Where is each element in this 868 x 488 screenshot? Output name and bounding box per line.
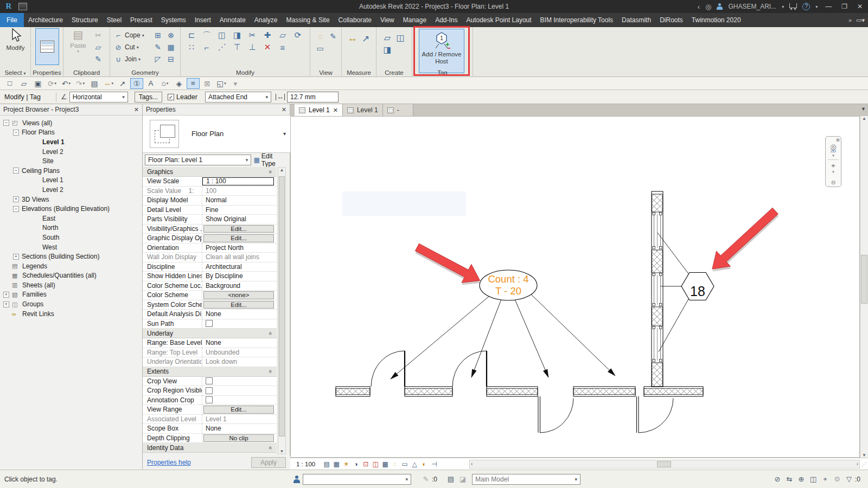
detail-level-icon[interactable]: ▤ (322, 460, 331, 468)
undo-icon[interactable]: ↶ (60, 78, 73, 89)
property-row[interactable]: Scale Value 1: 100 (143, 187, 277, 196)
property-value[interactable]: Normal (202, 196, 277, 205)
tree-groups[interactable]: Groups (0, 299, 142, 309)
tree-legends[interactable]: Legends (0, 261, 142, 271)
linework-icon[interactable]: ▭ (314, 42, 327, 54)
tree-north[interactable]: North (0, 223, 142, 233)
filter-icon[interactable]: ▽ (843, 475, 855, 483)
collapse-icon[interactable]: « (267, 170, 274, 173)
open-file-icon[interactable]: ▱ (17, 78, 30, 89)
print-icon[interactable]: ▤ (88, 78, 101, 89)
edit-type-button[interactable]: ▦Edit Type (253, 152, 288, 168)
expander-icon[interactable] (13, 206, 19, 212)
tab-structure[interactable]: Structure (67, 13, 103, 27)
property-value[interactable]: Fine (202, 206, 277, 215)
select-links-toggle-icon[interactable]: ⇆ (783, 475, 795, 483)
default-3d-view-icon[interactable]: ⌂ (158, 78, 171, 89)
select-underlay-toggle-icon[interactable]: ⊕ (795, 475, 807, 483)
close-icon[interactable]: ✕ (134, 106, 139, 113)
split-element-icon[interactable]: ✂ (245, 29, 260, 41)
ribbon-display-toggle-icon[interactable]: ▭▾ (856, 17, 865, 24)
property-value[interactable]: Background (202, 281, 277, 291)
property-value[interactable]: None (202, 424, 277, 433)
split-face-icon[interactable]: ▦ (164, 41, 177, 53)
leader-length-input[interactable]: 12.7 mm (287, 92, 339, 102)
tile-views-icon[interactable]: ◱ (215, 78, 228, 89)
select-panel-label[interactable]: Select ▾ (0, 69, 30, 76)
tab-view[interactable]: View (376, 13, 399, 27)
close-button[interactable]: ✕ (855, 3, 865, 10)
vertical-scrollbar[interactable]: ▲▼ (860, 116, 868, 458)
property-row[interactable]: Show Hidden Lines By Discipline (143, 272, 277, 281)
view-selector[interactable]: Floor Plan: Level 1▾ (145, 155, 251, 165)
leader-checkbox[interactable]: ✓ (168, 94, 174, 100)
close-inactive-views-icon[interactable]: ⊠ (201, 78, 214, 89)
tab-precast[interactable]: Precast (126, 13, 157, 27)
collapse-icon[interactable]: « (267, 370, 274, 373)
active-only-icon[interactable]: ◪ (457, 475, 469, 483)
tree-floor-level-2[interactable]: Level 2 (0, 147, 142, 157)
help-icon[interactable]: ? (802, 3, 810, 10)
close-tab-icon[interactable]: ✕ (333, 107, 338, 114)
new-file-icon[interactable]: □ (3, 78, 16, 89)
expander-icon[interactable] (13, 130, 19, 136)
apply-button[interactable]: Apply (251, 457, 286, 468)
property-value[interactable]: 100 (202, 187, 277, 196)
tab-steel[interactable]: Steel (103, 13, 126, 27)
worksharing-display-icon[interactable]: ◐ (419, 460, 429, 468)
create-group-icon[interactable]: ▱ (381, 31, 394, 43)
property-value[interactable]: Edit... (203, 225, 274, 233)
cope-button[interactable]: ⌐Cope▾ (113, 29, 144, 41)
orientation-select[interactable]: Horizontal▾ (69, 92, 128, 102)
property-row[interactable]: Detail Level Fine (143, 206, 277, 215)
clipboard-panel-label[interactable]: Clipboard (63, 69, 110, 76)
text-icon[interactable]: A (144, 78, 157, 89)
tab-architecture[interactable]: Architecture (24, 13, 67, 27)
aligned-dimension-icon[interactable]: ↗ (116, 78, 129, 89)
scrollbar-thumb[interactable] (861, 255, 867, 304)
property-row[interactable]: Color Scheme <none> (143, 291, 277, 300)
tab-analyze[interactable]: Analyze (250, 13, 282, 27)
match-properties-icon[interactable]: ≡ (275, 41, 290, 53)
tree-families[interactable]: Families (0, 290, 142, 300)
property-row[interactable]: Parts Visibility Show Original (143, 215, 277, 224)
override-graphics-icon[interactable]: ✎ (327, 30, 340, 42)
zoom-menu-chevron-icon[interactable]: ▾ (832, 170, 834, 174)
tab-list-chevron-icon[interactable]: ▼ (861, 106, 866, 112)
model-canvas[interactable]: Count : 4 T - 20 18 (290, 116, 860, 458)
align-icon[interactable]: ⊏ (184, 29, 199, 41)
delete-icon[interactable]: ✕ (260, 41, 275, 53)
property-row[interactable]: Crop Region Visible (143, 386, 277, 396)
property-row[interactable]: Orientation Project North (143, 243, 277, 253)
view-tab-sheet[interactable]: - (383, 104, 413, 116)
help-menu-chevron-icon[interactable]: ▾ (815, 4, 818, 9)
signed-in-user[interactable]: GHASEM_ARI... (728, 3, 776, 10)
zoom-icon[interactable]: ⌖ (831, 162, 835, 170)
tree-west[interactable]: West (0, 242, 142, 252)
reveal-hidden-elements-icon[interactable]: ◌ (390, 460, 400, 468)
property-row[interactable]: Color Scheme Loc... Background (143, 281, 277, 291)
property-value[interactable]: Unbounded (202, 348, 277, 357)
hide-analytical-model-icon[interactable]: △ (410, 460, 419, 468)
sun-path-icon[interactable]: ☀ (341, 460, 351, 468)
project-browser-header[interactable]: Project Browser - Project3 ✕ (0, 104, 142, 115)
tab-diroots[interactable]: DiRoots (655, 13, 687, 27)
editable-only-pencil-icon[interactable]: ✎ (420, 475, 432, 483)
property-row[interactable]: View Scale 1 : 100 (143, 177, 277, 187)
property-row[interactable]: Discipline Architectural (143, 262, 277, 272)
expander-icon[interactable] (13, 196, 19, 202)
expander-icon[interactable] (13, 254, 19, 260)
property-row[interactable]: Annotation Crop (143, 396, 277, 406)
editable-only-icon[interactable]: ⊘ (771, 475, 783, 483)
property-row[interactable]: Associated Level Level 1 (143, 415, 277, 425)
sync-icon[interactable]: ⟳ (46, 78, 59, 89)
wall-joins-icon[interactable]: ⊞ (151, 29, 164, 41)
section-icon[interactable]: ◈ (173, 78, 186, 89)
demolish-icon[interactable]: ◸ (151, 53, 164, 65)
vertical-wall[interactable] (652, 191, 663, 387)
properties-button[interactable] (35, 28, 59, 65)
design-option-select[interactable]: Main Model▾ (472, 474, 580, 485)
property-row[interactable]: Scope Box None (143, 424, 277, 434)
save-icon[interactable]: ▣ (31, 78, 44, 89)
minimize-button[interactable]: — (823, 3, 834, 10)
